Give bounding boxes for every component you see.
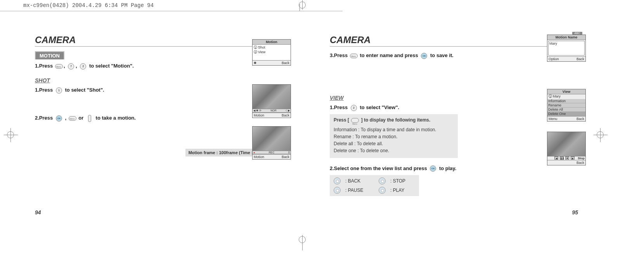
shot-step-2: 2.Press OK , or to take a motion. [35,114,283,122]
motion-step-1: 1.Press , 7, 2 to select "Motion". [35,62,283,70]
registration-mark-right [594,128,608,142]
page-number-right: 95 [572,209,578,216]
phone-shot-preview: ◀ ✺ ⟳NOR☾▶ MotionBack [252,84,291,118]
nav-up-icon [379,177,386,184]
section-title: CAMERA [330,35,578,47]
menu-key-icon [55,64,63,69]
section-title: CAMERA [35,35,283,47]
playback-key-legend: : BACK : STOP : PAUSE : PLAY [330,175,419,196]
side-key-icon [88,115,91,122]
ok-key-icon: OK [430,165,436,172]
ok-key-icon: OK [56,115,62,122]
input-mode-badge: ABC [572,32,582,35]
header-text: mx-c99en(0428) 2004.4.29 6:34 PM Page 94 [23,2,154,9]
nav-left-icon [334,177,341,184]
print-header: mx-c99en(0428) 2004.4.29 6:34 PM Page 94 [0,0,343,11]
phone-view-menu: View 1Mary Information Rename Delete All… [547,89,586,122]
phone-motion-menu: Motion 1Shot 2View ◉Back [252,39,291,66]
name-input: Mary [548,41,585,56]
motion-badge: MOTION [35,51,64,59]
shot-heading: SHOT [35,77,283,83]
rewind-icon: ◀ [554,156,558,160]
menu-info-box: Press [ ] to display the following items… [330,114,458,158]
camera-preview-image [253,127,291,151]
page-number-left: 94 [35,209,41,216]
ok-key-icon: OK [421,53,427,59]
playback-image [547,132,585,156]
stop-icon: ■ [565,156,569,160]
shot-step-1: 1.Press 1 to select "Shot". [35,86,283,94]
registration-mark-left [4,128,18,142]
phone-motion-name: ABC Motion Name Mary OptionBack [547,35,586,62]
camera-preview-image [253,85,291,109]
registration-mark-top [295,0,310,10]
nav-down-icon [334,187,341,194]
key-2-icon: 2 [80,63,86,70]
view-step-1: 1.Press 2 to select "View". [330,103,578,112]
menu-key-icon [350,54,358,58]
phone-playback: ◀ ❚❚ ■ ▶ Stop Back [547,132,586,165]
nav-right-icon [379,187,386,194]
view-step-2: 2.Select one from the view list and pres… [330,164,578,173]
menu-key-icon [69,116,76,121]
registration-mark-bottom [295,235,310,250]
menu-key-icon [351,118,359,123]
phone-recording: ●REC0 MotionBack [252,126,291,160]
key-2-icon: 2 [351,105,357,111]
key-7-icon: 7 [68,63,74,70]
key-1-icon: 1 [56,87,62,94]
view-heading: VIEW [330,95,578,101]
play-icon: ▶ [571,156,575,160]
page-94: CAMERA MOTION 1.Press , 7, 2 to select "… [35,35,283,196]
step-3: 3.Press to enter name and press OK to sa… [330,51,578,60]
page-95: CAMERA 3.Press to enter name and press O… [330,35,578,196]
pause-icon: ❚❚ [560,156,564,160]
